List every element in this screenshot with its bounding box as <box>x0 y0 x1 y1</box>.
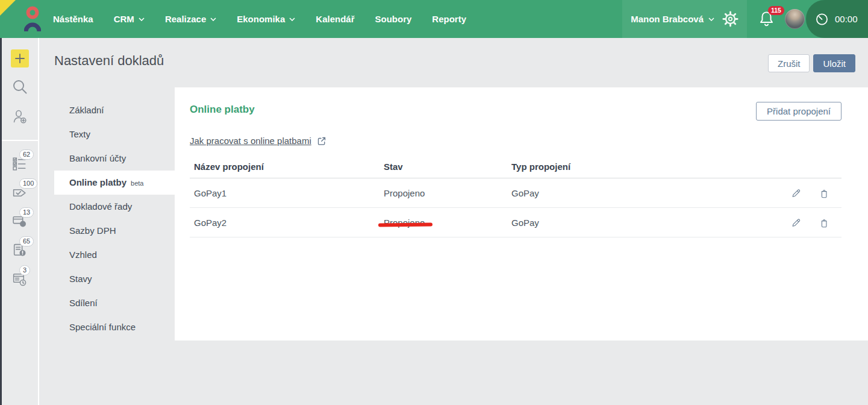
external-link-icon <box>317 136 326 146</box>
tasks-button[interactable]: 62 <box>11 155 30 174</box>
menu-item-dokladove-rady[interactable]: Dokladové řady <box>54 195 175 219</box>
nav-item-nastenka[interactable]: Nástěnka <box>53 14 93 24</box>
page-title: Nastavení dokladů <box>54 53 164 69</box>
plus-icon <box>11 49 29 68</box>
connection-status: Propojeno <box>379 218 507 228</box>
connections-table: Název propojení Stav Typ propojení GoPay… <box>190 155 841 237</box>
nav-item-realizace[interactable]: Realizace <box>165 14 216 24</box>
menu-item-stavy[interactable]: Stavy <box>54 267 175 291</box>
nav-label: CRM <box>114 14 134 24</box>
connection-name: GoPay2 <box>190 218 379 228</box>
nav-item-kalendar[interactable]: Kalendář <box>316 14 354 24</box>
add-contact-button[interactable] <box>11 108 30 127</box>
table-row: GoPay1 Propojeno GoPay <box>190 178 841 208</box>
nav-item-crm[interactable]: CRM <box>114 14 145 24</box>
online-payments-panel: Online platby Přidat propojení Jak praco… <box>175 87 868 341</box>
header-actions: Zrušit Uložit <box>768 54 855 72</box>
menu-item-online-platby[interactable]: Online platbybeta <box>54 171 175 195</box>
document-alerts-button[interactable]: 65 <box>11 242 30 260</box>
user-avatar[interactable] <box>785 9 805 29</box>
nav-label: Reporty <box>432 14 466 24</box>
menu-item-bankovni-ucty[interactable]: Bankovní účty <box>54 146 175 171</box>
tasks-count-badge: 62 <box>19 149 34 160</box>
column-header-status: Stav <box>379 162 507 172</box>
timer-value: 00:00 <box>835 14 858 24</box>
beta-badge: beta <box>131 180 143 187</box>
nav-label: Realizace <box>165 14 206 24</box>
deals-button[interactable]: 100 <box>11 184 30 202</box>
row-actions <box>763 217 841 228</box>
row-actions <box>763 187 841 198</box>
nav-item-reporty[interactable]: Reporty <box>432 14 466 24</box>
add-contact-icon <box>11 108 30 125</box>
top-navigation-bar: Nástěnka CRM Realizace Ekonomika Kalendá… <box>0 0 868 38</box>
nav-label: Soubory <box>375 14 412 24</box>
connection-status: Propojeno <box>379 188 507 198</box>
user-section: Manon Brabcová <box>622 0 747 38</box>
edit-button[interactable] <box>791 217 802 228</box>
nav-label: Kalendář <box>316 14 354 24</box>
panel-heading: Online platby <box>190 104 255 116</box>
settings-section-menu: Základní Texty Bankovní účty Online plat… <box>54 98 175 339</box>
gear-icon <box>722 11 738 27</box>
rail-divider <box>2 140 38 141</box>
column-header-name: Název propojení <box>190 162 379 172</box>
corner-fold <box>0 0 16 16</box>
menu-item-specialni-funkce[interactable]: Speciální funkce <box>54 315 175 339</box>
nav-label: Ekonomika <box>237 14 285 24</box>
connection-type: GoPay <box>507 218 763 228</box>
menu-item-zakladni[interactable]: Základní <box>54 98 175 122</box>
icon-rail: 62 100 13 <box>2 38 39 405</box>
user-name: Manon Brabcová <box>631 14 704 24</box>
scheduled-documents-button[interactable]: 3 <box>11 271 30 289</box>
delete-button[interactable] <box>819 217 829 228</box>
menu-item-vzhled[interactable]: Vzhled <box>54 243 175 267</box>
app-logo[interactable] <box>24 6 41 33</box>
delete-button[interactable] <box>819 187 829 198</box>
column-header-type: Typ propojení <box>507 162 763 172</box>
help-link[interactable]: Jak pracovat s online platbami <box>190 136 326 146</box>
user-menu[interactable]: Manon Brabcová <box>631 14 714 24</box>
edit-button[interactable] <box>791 187 802 198</box>
payments-button[interactable]: 13 <box>11 213 30 231</box>
table-header-row: Název propojení Stav Typ propojení <box>190 155 841 178</box>
chevron-down-icon <box>708 17 714 21</box>
search-icon <box>11 78 30 95</box>
menu-item-sdileni[interactable]: Sdílení <box>54 291 175 315</box>
help-link-label: Jak pracovat s online platbami <box>190 136 311 146</box>
deals-count-badge: 100 <box>19 178 37 189</box>
time-tracker-button[interactable]: 00:00 <box>806 0 868 38</box>
nav-label: Nástěnka <box>53 14 93 24</box>
search-button[interactable] <box>11 78 30 96</box>
chevron-down-icon <box>210 17 216 21</box>
document-alerts-count-badge: 65 <box>19 236 34 246</box>
notifications-button[interactable]: 115 <box>758 9 778 31</box>
menu-item-texty[interactable]: Texty <box>54 122 175 146</box>
table-row: GoPay2 Propojeno GoPay <box>190 208 841 237</box>
settings-gear-button[interactable] <box>722 11 738 27</box>
quick-add-button[interactable] <box>11 49 29 68</box>
cancel-button[interactable]: Zrušit <box>768 54 810 72</box>
main-navigation: Nástěnka CRM Realizace Ekonomika Kalendá… <box>53 0 466 38</box>
connection-name: GoPay1 <box>190 188 379 198</box>
add-connection-button[interactable]: Přidat propojení <box>756 102 841 121</box>
annotation-underline <box>378 222 432 227</box>
chevron-down-icon <box>289 17 295 21</box>
scheduled-documents-count-badge: 3 <box>19 265 30 275</box>
nav-item-soubory[interactable]: Soubory <box>375 14 412 24</box>
save-button[interactable]: Uložit <box>813 54 855 72</box>
nav-item-ekonomika[interactable]: Ekonomika <box>237 14 295 24</box>
timer-clock-icon <box>814 11 829 27</box>
menu-item-sazby-dph[interactable]: Sazby DPH <box>54 219 175 243</box>
connection-type: GoPay <box>507 188 763 198</box>
payments-count-badge: 13 <box>19 207 34 218</box>
chevron-down-icon <box>139 17 145 21</box>
notification-count-badge: 115 <box>768 6 784 15</box>
